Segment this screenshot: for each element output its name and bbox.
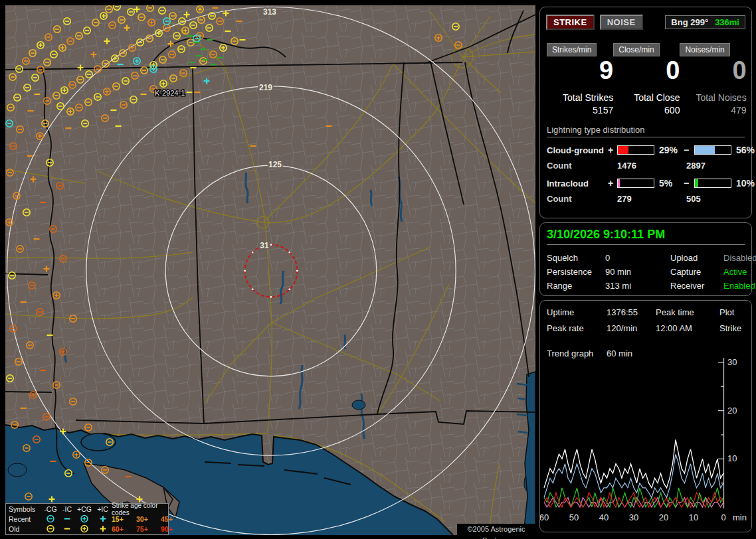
strikes-per-min-value: 9	[547, 58, 613, 83]
symbol-legend: Symbols -CG -IC +CG +IC Strike age color…	[5, 503, 169, 535]
noise-button[interactable]: NOISE	[600, 15, 643, 30]
upload-label: Upload	[670, 253, 723, 263]
svg-text:min: min	[733, 512, 747, 522]
legend-col-cg-pos: +CG	[75, 505, 94, 513]
plot-mode-value[interactable]: Strike	[719, 323, 746, 333]
range-value: 313 mi	[605, 281, 670, 291]
lightning-map[interactable]: 31321912531K-2924-1 Symbols -CG -IC +CG …	[5, 5, 535, 535]
trend-series	[544, 454, 723, 497]
total-close-label: Total Close	[613, 92, 680, 103]
strike-button[interactable]: STRIKE	[546, 15, 595, 30]
map-canvas[interactable]: 31321912531K-2924-1	[5, 5, 535, 535]
circle-plus-icon	[75, 524, 94, 533]
status-grid: Squelch 0 Upload Disabled Persistence 90…	[547, 253, 745, 291]
strike-symbol	[81, 526, 88, 532]
noises-per-min-chip: Noises/min	[680, 43, 729, 56]
cg-pos-pct: 29%	[656, 145, 684, 155]
trend-panel: Uptime 1376:55 Peak time Plot Peak rate …	[539, 300, 752, 532]
legend-col-cg-neg: -CG	[42, 505, 59, 513]
cg-neg-count: 2897	[686, 161, 745, 171]
total-strikes-value: 5157	[547, 105, 613, 116]
strike-symbol	[100, 516, 106, 522]
cg-pos-bar-fill	[618, 146, 628, 154]
cg-neg-bar	[694, 145, 731, 155]
squelch-label: Squelch	[547, 253, 605, 263]
noises-column: Noises/min 0 Total Noises 479	[680, 43, 746, 116]
noises-per-min-value: 0	[680, 58, 746, 83]
datetime-readout: 3/10/2026 9:10:11 PM	[547, 228, 745, 245]
upload-status: Disabled	[723, 253, 756, 263]
trend-window-value[interactable]: 60 min	[607, 348, 656, 358]
svg-text:313: 313	[263, 7, 276, 17]
svg-text:20: 20	[727, 406, 737, 416]
plus-icon	[94, 524, 112, 533]
age-code: 15+	[112, 515, 136, 523]
ic-pos-count: 279	[617, 194, 686, 204]
age-code: 90+	[161, 525, 173, 533]
peak-time-value: 12:00 AM	[656, 323, 719, 333]
legend-col-ic-pos: +IC	[94, 505, 112, 513]
plus-sign: +	[608, 145, 617, 155]
persistence-value: 90 min	[605, 267, 670, 277]
total-strikes-label: Total Strikes	[547, 92, 613, 103]
cloud-ground-row: Cloud-ground + 29% − 56%	[547, 145, 745, 155]
strike-symbol	[100, 526, 106, 532]
legend-row-recent-label: Recent	[9, 515, 42, 523]
receiver-status: Enabled	[723, 281, 756, 291]
lake	[8, 463, 27, 477]
trend-series	[544, 488, 723, 507]
svg-text:60: 60	[540, 512, 549, 522]
status-panel: 3/10/2026 9:10:11 PM Squelch 0 Upload Di…	[539, 222, 752, 296]
ic-pos-bar	[617, 179, 654, 188]
plus-icon	[94, 514, 112, 523]
cloud-ground-count-row: Count 1476 2897	[547, 161, 745, 171]
circle-minus-icon	[42, 524, 59, 533]
age-code: 30+	[136, 515, 161, 523]
minus-sign: −	[684, 178, 694, 189]
close-per-min-value: 0	[613, 58, 680, 83]
receiver-label: Receiver	[670, 281, 723, 291]
strikes-per-min-chip: Strikes/min	[547, 43, 597, 56]
peak-rate-value: 120/min	[607, 323, 656, 333]
strike-symbol	[47, 516, 54, 522]
peak-rate-label: Peak rate	[547, 323, 607, 333]
copyright-label: ©2005 Astrogenic Systems	[457, 524, 535, 535]
distribution-header: Lightning type distribution	[547, 125, 745, 137]
dash-icon	[59, 514, 75, 523]
minus-sign: −	[684, 145, 694, 155]
circle-plus-icon	[75, 514, 94, 523]
ic-neg-bar	[694, 179, 731, 188]
svg-text:30: 30	[727, 357, 737, 367]
cg-pos-bar	[617, 145, 654, 155]
legend-row-old-label: Old	[9, 525, 42, 533]
svg-text:30: 30	[629, 512, 638, 522]
legend-age-header: Strike age color codes	[112, 502, 173, 516]
close-column: Close/min 0 Total Close 600	[613, 43, 680, 116]
age-code: 75+	[136, 525, 161, 533]
intracloud-count-row: Count 279 505	[547, 194, 745, 204]
legend-title: Symbols	[9, 505, 42, 513]
persistence-label: Persistence	[547, 267, 605, 277]
svg-text:20: 20	[659, 512, 668, 522]
count-label: Count	[547, 194, 617, 204]
ic-pos-bar-fill	[618, 179, 620, 187]
ic-neg-count: 505	[686, 194, 745, 204]
intracloud-label: Intracloud	[547, 179, 608, 189]
total-close-value: 600	[613, 105, 680, 116]
trend-series	[544, 493, 723, 507]
strikes-column: Strikes/min 9 Total Strikes 5157	[547, 43, 613, 116]
svg-text:40: 40	[599, 512, 609, 522]
svg-text:125: 125	[268, 160, 282, 169]
plus-sign: +	[608, 178, 617, 189]
ic-neg-pct: 10%	[733, 178, 755, 189]
intracloud-row: Intracloud + 5% − 10%	[547, 178, 745, 189]
plot-label[interactable]: Plot	[719, 307, 746, 317]
svg-text:0: 0	[721, 512, 725, 522]
uptime-label: Uptime	[547, 307, 607, 317]
storm-track-label: K-2924-1	[155, 89, 185, 97]
count-label: Count	[547, 161, 617, 171]
svg-text:50: 50	[569, 512, 579, 522]
age-code: 45+	[161, 515, 173, 523]
circle-minus-icon	[42, 514, 59, 523]
lightning-distribution: Lightning type distribution Cloud-ground…	[547, 125, 745, 204]
